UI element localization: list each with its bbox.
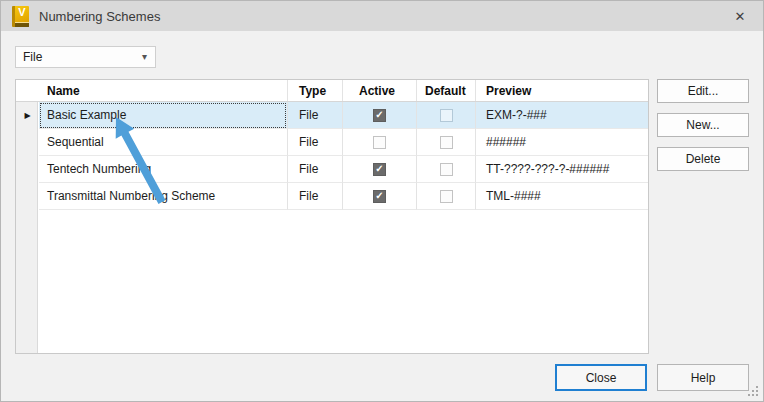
- vault-app-icon: V: [12, 6, 29, 27]
- table-header-row: Name Type Active Default Preview: [16, 80, 648, 102]
- check-icon: ✓: [375, 164, 383, 174]
- vault-icon-letter: V: [18, 6, 25, 19]
- scheme-type-cell: File: [287, 129, 342, 156]
- active-checkbox[interactable]: ✓: [373, 109, 386, 122]
- entity-filter-value: File: [16, 50, 42, 64]
- scheme-name-cell[interactable]: Sequential: [39, 129, 287, 156]
- entity-filter-dropdown[interactable]: File ▾: [15, 46, 156, 68]
- scheme-type-cell: File: [287, 102, 342, 129]
- active-checkbox[interactable]: ✓: [373, 163, 386, 176]
- resize-grip[interactable]: [748, 386, 759, 397]
- scheme-preview-cell: TML-####: [475, 183, 648, 210]
- active-checkbox[interactable]: ✓: [373, 190, 386, 203]
- row-selector-cell: ▶: [16, 129, 39, 156]
- new-button[interactable]: New...: [657, 113, 749, 137]
- scheme-preview-cell: TT-????-???-?-######: [475, 156, 648, 183]
- row-selector-cell: ▶: [16, 156, 39, 183]
- default-checkbox[interactable]: ✓: [440, 190, 453, 203]
- table-row[interactable]: ▶ Basic Example File ✓ ✓ EXM-?-###: [16, 102, 648, 129]
- header-selector-cell: [16, 80, 39, 101]
- column-header-preview[interactable]: Preview: [475, 80, 648, 101]
- scheme-active-cell: ✓: [342, 156, 416, 183]
- scheme-default-cell: ✓: [416, 183, 475, 210]
- scheme-default-cell: ✓: [416, 129, 475, 156]
- scheme-type-cell: File: [287, 156, 342, 183]
- table-row[interactable]: ▶ Transmittal Numbering Scheme File ✓ ✓ …: [16, 183, 648, 210]
- close-icon[interactable]: ✕: [725, 1, 755, 31]
- row-selector-cell: ▶: [16, 102, 39, 129]
- edit-button[interactable]: Edit...: [657, 79, 749, 103]
- help-button[interactable]: Help: [657, 364, 749, 391]
- column-header-type[interactable]: Type: [287, 80, 342, 101]
- scheme-preview-cell: ######: [475, 129, 648, 156]
- scheme-active-cell: ✓: [342, 129, 416, 156]
- column-header-name[interactable]: Name: [39, 80, 287, 101]
- titlebar[interactable]: V Numbering Schemes ✕: [1, 1, 763, 31]
- default-checkbox[interactable]: ✓: [440, 109, 453, 122]
- scheme-active-cell: ✓: [342, 102, 416, 129]
- close-button[interactable]: Close: [555, 364, 647, 391]
- column-header-active[interactable]: Active: [342, 80, 416, 101]
- scheme-name-cell[interactable]: Basic Example: [39, 102, 287, 129]
- dialog-title: Numbering Schemes: [39, 9, 160, 24]
- delete-button[interactable]: Delete: [657, 147, 749, 171]
- table-row[interactable]: ▶ Tentech Numbering File ✓ ✓ TT-????-???…: [16, 156, 648, 183]
- default-checkbox[interactable]: ✓: [440, 136, 453, 149]
- column-header-default[interactable]: Default: [416, 80, 475, 101]
- chevron-down-icon: ▾: [142, 52, 147, 62]
- scheme-default-cell: ✓: [416, 102, 475, 129]
- scheme-preview-cell: EXM-?-###: [475, 102, 648, 129]
- vault-icon-band: [15, 22, 29, 27]
- current-row-arrow-icon: ▶: [24, 112, 30, 120]
- schemes-table: Name Type Active Default Preview ▶ Basic…: [15, 79, 649, 354]
- scheme-name-cell[interactable]: Tentech Numbering: [39, 156, 287, 183]
- check-icon: ✓: [375, 191, 383, 201]
- table-row[interactable]: ▶ Sequential File ✓ ✓ ######: [16, 129, 648, 156]
- scheme-type-cell: File: [287, 183, 342, 210]
- scheme-active-cell: ✓: [342, 183, 416, 210]
- row-selector-cell: ▶: [16, 183, 39, 210]
- numbering-schemes-dialog: V Numbering Schemes ✕ File ▾ Name Type A…: [0, 0, 764, 402]
- default-checkbox[interactable]: ✓: [440, 163, 453, 176]
- active-checkbox[interactable]: ✓: [373, 136, 386, 149]
- scheme-name-cell[interactable]: Transmittal Numbering Scheme: [39, 183, 287, 210]
- check-icon: ✓: [375, 110, 383, 120]
- scheme-default-cell: ✓: [416, 156, 475, 183]
